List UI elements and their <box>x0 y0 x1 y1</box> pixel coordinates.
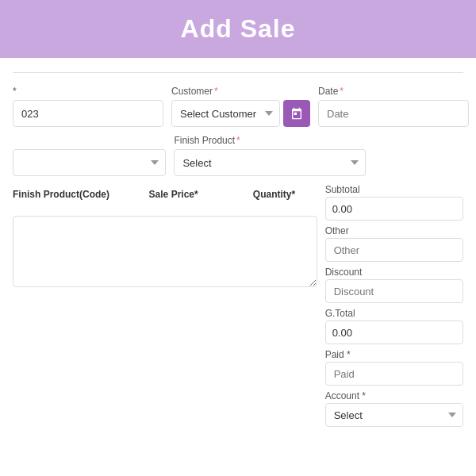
other-item: Other <box>325 225 463 262</box>
customer-calendar-button[interactable] <box>283 100 310 127</box>
customer-field-group: Select Customer <box>171 100 310 127</box>
col-price-header: Sale Price* <box>149 189 245 200</box>
customer-select[interactable]: Select Customer <box>171 100 280 127</box>
divider <box>13 72 463 73</box>
account-label: Account * <box>325 390 463 401</box>
subtotal-item: Subtotal 0.00 <box>325 184 463 221</box>
left-dropdown-select[interactable] <box>13 149 166 176</box>
table-header: Finish Product(Code) Sale Price* Quantit… <box>13 189 317 200</box>
date-input[interactable] <box>318 100 469 127</box>
col-qty-header: Quantity* <box>253 189 317 200</box>
calendar-icon <box>290 107 303 120</box>
account-item: Account * Select <box>325 390 463 427</box>
finish-product-label: Finish Product* <box>174 135 366 146</box>
paid-input[interactable] <box>325 362 463 386</box>
left-dropdown-label <box>13 135 166 146</box>
subtotal-value: 0.00 <box>325 197 463 221</box>
col-product-header: Finish Product(Code) <box>13 189 141 200</box>
other-label: Other <box>325 225 463 236</box>
summary-block: Subtotal 0.00 Other Discount G.Total 0.0… <box>325 184 463 427</box>
customer-label: Customer* <box>171 86 310 97</box>
discount-input[interactable] <box>325 279 463 303</box>
header: Add Sale <box>0 0 476 58</box>
gtotal-value: 0.00 <box>325 321 463 344</box>
account-select[interactable]: Select <box>325 403 463 427</box>
finish-product-select[interactable]: Select <box>174 149 366 176</box>
discount-label: Discount <box>325 267 463 278</box>
date-label: Date* <box>318 86 469 97</box>
invoice-input[interactable] <box>13 100 163 127</box>
page-title: Add Sale <box>0 14 476 44</box>
paid-label: Paid * <box>325 349 463 360</box>
notes-textarea[interactable] <box>13 216 317 287</box>
subtotal-label: Subtotal <box>325 184 463 195</box>
invoice-label: * <box>13 86 163 97</box>
paid-item: Paid * <box>325 349 463 386</box>
discount-item: Discount <box>325 267 463 303</box>
gtotal-label: G.Total <box>325 308 463 319</box>
gtotal-item: G.Total 0.00 <box>325 308 463 344</box>
other-input[interactable] <box>325 238 463 262</box>
